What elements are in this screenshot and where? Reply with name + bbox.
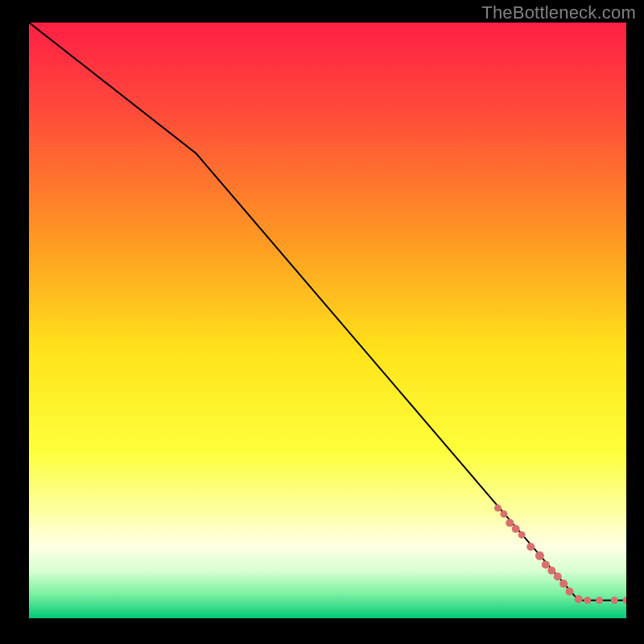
data-dot: [547, 567, 555, 575]
data-dot: [611, 597, 618, 604]
data-dot: [566, 588, 574, 596]
data-dot: [506, 519, 514, 527]
data-dot: [542, 560, 550, 568]
data-dot: [535, 551, 544, 560]
data-dot: [584, 597, 591, 604]
data-dot: [559, 580, 568, 588]
gradient-background: [29, 23, 626, 618]
data-dot: [596, 597, 603, 604]
data-dot: [494, 505, 502, 512]
data-dot: [575, 595, 583, 603]
plot-area: [29, 23, 626, 618]
chart-frame: TheBottleneck.com: [0, 0, 644, 644]
data-dot: [512, 525, 520, 533]
bottleneck-chart: [29, 23, 626, 618]
data-dot: [518, 531, 526, 539]
data-dot: [526, 543, 535, 551]
data-dot: [500, 510, 507, 518]
watermark-text: TheBottleneck.com: [481, 2, 636, 23]
data-dot: [554, 572, 562, 580]
